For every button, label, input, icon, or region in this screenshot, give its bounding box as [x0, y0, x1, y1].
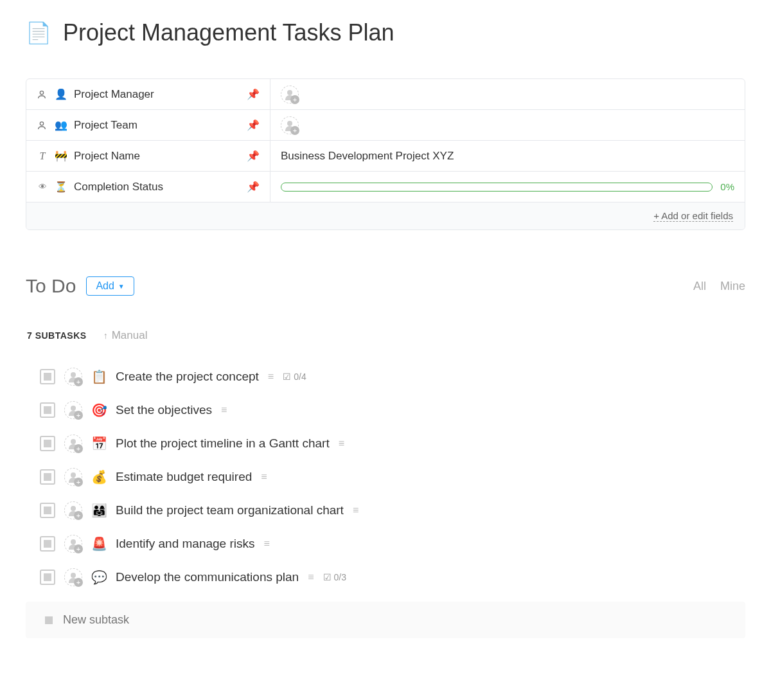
task-checkbox[interactable]	[40, 469, 55, 485]
description-icon: ≡	[268, 371, 274, 382]
field-label: Project Team	[74, 119, 240, 132]
formula-type-icon: 👁	[37, 182, 48, 192]
task-emoji: 🚨	[91, 536, 107, 552]
task-assignee-placeholder[interactable]	[64, 468, 82, 486]
field-label-cell[interactable]: 👁 ⏳ Completion Status 📌	[26, 172, 270, 202]
task-emoji: 👨‍👩‍👧	[91, 503, 107, 518]
task-assignee-placeholder[interactable]	[64, 435, 82, 453]
task-assignee-placeholder[interactable]	[64, 535, 82, 553]
task-item[interactable]: 💰Estimate budget required≡	[40, 460, 745, 494]
task-checkbox[interactable]	[40, 369, 55, 384]
field-row-project-name: T 🚧 Project Name 📌 Business Development …	[26, 141, 745, 172]
task-item[interactable]: 🎯Set the objectives≡	[40, 393, 745, 427]
check-icon: ☑	[323, 572, 332, 582]
field-row-completion-status: 👁 ⏳ Completion Status 📌 0%	[26, 172, 745, 202]
field-row-project-team: 👥 Project Team 📌	[26, 110, 745, 141]
completion-progress-bar	[281, 183, 713, 192]
new-subtask-row[interactable]	[26, 602, 745, 638]
sort-dropdown[interactable]: ↑ Manual	[103, 329, 148, 342]
project-name-value: Business Development Project XYZ	[281, 150, 454, 163]
task-assignee-placeholder[interactable]	[64, 501, 82, 519]
todo-filters: All Mine	[693, 280, 745, 293]
arrow-up-icon: ↑	[103, 330, 108, 341]
assignee-add-placeholder[interactable]	[281, 85, 299, 103]
task-title: Develop the communications plan	[116, 570, 299, 584]
person-type-icon	[37, 120, 48, 130]
todo-title: To Do	[26, 275, 76, 297]
task-checkbox[interactable]	[40, 402, 55, 418]
todo-section-header: To Do Add ▼ All Mine	[26, 275, 745, 297]
field-label: Completion Status	[74, 181, 240, 193]
new-subtask-input[interactable]	[63, 613, 738, 627]
field-emoji: 👥	[55, 119, 67, 131]
page-icon: 📄	[26, 22, 51, 43]
subtask-count-badge: ☑0/4	[283, 372, 306, 382]
field-row-project-manager: 👤 Project Manager 📌	[26, 79, 745, 110]
task-list: 📋Create the project concept≡☑0/4🎯Set the…	[26, 360, 745, 594]
task-emoji: 💰	[91, 469, 107, 485]
task-title: Identify and manage risks	[116, 537, 255, 551]
field-label-cell[interactable]: T 🚧 Project Name 📌	[26, 141, 270, 171]
task-checkbox[interactable]	[40, 570, 55, 585]
add-button[interactable]: Add ▼	[86, 276, 134, 296]
field-emoji: 👤	[55, 88, 67, 100]
field-value-cell: 0%	[270, 172, 745, 202]
task-assignee-placeholder[interactable]	[64, 368, 82, 386]
task-emoji: 🎯	[91, 402, 107, 418]
text-type-icon: T	[37, 150, 48, 162]
task-title: Build the project team organizational ch…	[116, 503, 344, 517]
pin-icon[interactable]: 📌	[247, 119, 260, 131]
filter-mine[interactable]: Mine	[720, 280, 745, 293]
svg-point-1	[40, 121, 43, 125]
add-edit-fields-link[interactable]: + Add or edit fields	[653, 210, 733, 222]
field-value-cell[interactable]: Business Development Project XYZ	[270, 141, 745, 171]
task-title: Plot the project timeline in a Gantt cha…	[116, 436, 330, 451]
subtasks-count-label: 7 SUBTASKS	[27, 330, 87, 341]
field-label-cell[interactable]: 👤 Project Manager 📌	[26, 79, 270, 109]
field-emoji: 🚧	[55, 150, 67, 162]
task-item[interactable]: 🚨Identify and manage risks≡	[40, 527, 745, 561]
field-label: Project Manager	[74, 88, 240, 101]
task-assignee-placeholder[interactable]	[64, 568, 82, 586]
field-emoji: ⏳	[55, 181, 67, 193]
field-value-cell[interactable]	[270, 79, 745, 109]
add-button-label: Add	[96, 280, 114, 292]
description-icon: ≡	[221, 404, 227, 416]
description-icon: ≡	[353, 505, 359, 516]
page-header: 📄 Project Management Tasks Plan	[26, 19, 745, 46]
description-icon: ≡	[308, 571, 314, 583]
task-item[interactable]: 📅Plot the project timeline in a Gantt ch…	[40, 427, 745, 460]
field-value-cell[interactable]	[270, 110, 745, 140]
task-item[interactable]: 👨‍👩‍👧Build the project team organization…	[40, 494, 745, 527]
field-label: Project Name	[74, 150, 240, 163]
task-item[interactable]: 📋Create the project concept≡☑0/4	[40, 360, 745, 393]
task-checkbox[interactable]	[40, 503, 55, 518]
person-type-icon	[37, 89, 48, 100]
pin-icon[interactable]: 📌	[247, 88, 260, 100]
description-icon: ≡	[261, 471, 267, 483]
task-assignee-placeholder[interactable]	[64, 401, 82, 419]
subtask-count-badge: ☑0/3	[323, 572, 346, 582]
task-checkbox[interactable]	[40, 436, 55, 451]
subtasks-meta: 7 SUBTASKS ↑ Manual	[26, 329, 745, 342]
check-icon: ☑	[283, 372, 291, 382]
task-emoji: 💬	[91, 570, 107, 585]
pin-icon[interactable]: 📌	[247, 181, 260, 193]
new-subtask-icon	[45, 616, 53, 624]
task-checkbox[interactable]	[40, 536, 55, 552]
description-icon: ≡	[339, 438, 344, 449]
field-label-cell[interactable]: 👥 Project Team 📌	[26, 110, 270, 140]
task-title: Estimate budget required	[116, 470, 252, 484]
task-item[interactable]: 💬Develop the communications plan≡☑0/3	[40, 561, 745, 594]
task-title: Create the project concept	[116, 370, 259, 384]
page-title: Project Management Tasks Plan	[63, 19, 394, 46]
fields-panel: 👤 Project Manager 📌 👥 Project Team 📌	[26, 78, 745, 230]
fields-footer: + Add or edit fields	[26, 202, 745, 229]
task-title: Set the objectives	[116, 403, 212, 417]
assignee-add-placeholder[interactable]	[281, 116, 299, 134]
task-emoji: 📋	[91, 369, 107, 384]
chevron-down-icon: ▼	[118, 283, 125, 290]
filter-all[interactable]: All	[693, 280, 706, 293]
sort-label-text: Manual	[112, 329, 148, 342]
pin-icon[interactable]: 📌	[247, 150, 260, 162]
